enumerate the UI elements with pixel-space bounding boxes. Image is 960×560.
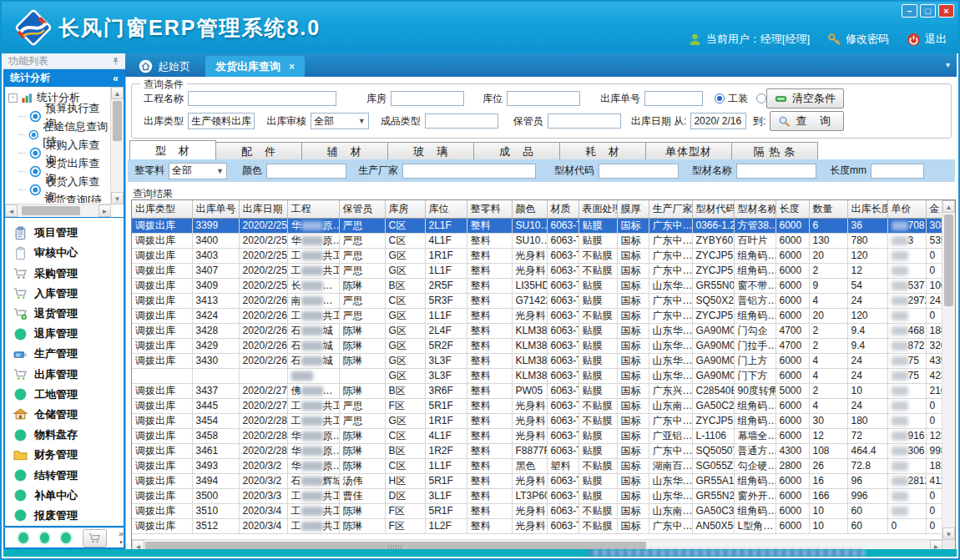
column-header[interactable]: 库位 [425, 200, 467, 218]
whole-piece-select[interactable]: 全部▼ [169, 163, 227, 179]
sidebar-menu-item[interactable]: 财务管理 [13, 445, 124, 465]
column-header[interactable]: 整零料 [467, 200, 512, 218]
module-cart-button[interactable] [83, 529, 107, 547]
column-header[interactable]: 保管员 [339, 200, 385, 218]
material-tab[interactable]: 耗 材 [559, 142, 646, 159]
location-input[interactable] [507, 91, 580, 106]
material-tab[interactable]: 型 材 [129, 140, 216, 159]
scroll-left-icon[interactable]: ◄ [5, 204, 18, 217]
material-tab[interactable]: 隔 热 条 [731, 142, 818, 159]
table-row[interactable]: 调拨出库35102020/3/4工共工程陈琳F区5R1F整料光身料6063-T5… [132, 503, 942, 518]
out-no-input[interactable] [644, 91, 703, 106]
module-dot-icon[interactable] [18, 532, 28, 543]
radio-work-install[interactable]: 工装 [715, 92, 748, 106]
column-header[interactable]: 出库长度 [847, 200, 887, 218]
tab-home[interactable]: 起始页 [129, 56, 200, 77]
tree-item[interactable]: 退货查询[待定] [7, 199, 109, 203]
scroll-up-icon[interactable]: ▲ [111, 87, 124, 99]
table-row[interactable]: 调拨出库35122020/3/4工共工程陈琳F区1L2F整料光身料6063-T5… [132, 518, 942, 533]
maximize-button[interactable]: □ [920, 4, 936, 18]
scroll-down-icon[interactable]: ▼ [942, 527, 955, 540]
clear-conditions-button[interactable]: 清空条件 [766, 88, 844, 108]
table-row[interactable]: 调拨出库34542020/2/28工共工程严思G区1R1F整料光身料6063-T… [132, 413, 942, 428]
column-header[interactable]: 出库单号 [192, 200, 239, 218]
scroll-down-icon[interactable]: ▼ [111, 192, 124, 204]
tab-close-icon[interactable]: × [289, 61, 295, 73]
table-row[interactable]: 调拨出库34582020/2/28华原…陈琳C区4L1F整料光身料6063-T5… [132, 428, 942, 443]
column-header[interactable]: 单价 [887, 200, 926, 218]
sidebar-section-header[interactable]: 统计分析 « [3, 69, 125, 87]
material-tab[interactable]: 成 品 [473, 142, 560, 159]
profile-name-input[interactable] [736, 164, 816, 179]
sidebar-overflow-button[interactable]: » ▾ [119, 530, 124, 546]
table-row[interactable]: 调拨出库34072020/2/25工共工程严思G区1L1F整料光身料6063-T… [132, 263, 942, 278]
table-row[interactable]: 调拨出库34002020/2/25华原…严思C区4L1F整料SU10…6063-… [132, 233, 942, 248]
out-type-select[interactable]: 生产领料出库▼ [188, 113, 255, 129]
table-row[interactable]: 调拨出库34292020/2/26石城陈琳G区5R2F整料KLM38176063… [132, 338, 942, 353]
keeper-input[interactable] [548, 114, 621, 129]
column-header[interactable]: 金 [926, 200, 942, 218]
project-name-input[interactable] [188, 91, 336, 106]
tab-shipping-out-query[interactable]: 发货出库查询 × [205, 56, 305, 77]
sidebar-menu-item[interactable]: 物料盘存 [13, 425, 124, 445]
material-tab[interactable]: 辅 材 [301, 142, 388, 159]
scroll-right-icon[interactable]: ► [99, 204, 111, 217]
sidebar-menu-item[interactable]: 退货管理 [13, 304, 124, 324]
table-row[interactable]: 调拨出库34452020/2/27工共工程严思F区5R1F整料光身料6063-T… [132, 398, 942, 413]
material-tab[interactable]: 玻 璃 [387, 142, 474, 159]
material-tab[interactable]: 单体型材 [645, 142, 732, 159]
warehouse-input[interactable] [391, 91, 464, 106]
tab-list-arrow-icon[interactable]: ▾ [946, 60, 950, 69]
sidebar-menu-item[interactable]: 报废管理 [13, 506, 124, 526]
table-row[interactable]: 调拨出库34032020/2/25工共工程严思G区1R1F整料光身料6063-T… [132, 248, 942, 263]
date-from-picker[interactable]: 2020/ 2/16▼ [690, 113, 746, 129]
column-header[interactable]: 型材代码 [692, 200, 734, 218]
sidebar-menu-item[interactable]: 入库管理 [13, 284, 124, 304]
material-tab[interactable]: 配 件 [215, 142, 302, 159]
column-header[interactable]: 数量 [809, 200, 847, 218]
sidebar-menu-item[interactable]: 审核中心 [13, 243, 124, 263]
table-row[interactable]: 调拨出库34242020/2/26工共工程严思G区1L1F整料光身料6063-T… [132, 308, 942, 323]
sidebar-menu-item[interactable]: 工地管理 [13, 385, 124, 405]
table-row[interactable]: 调拨出库34302020/2/26石城陈琳G区3L3F整料KLM38176063… [132, 353, 942, 368]
table-row[interactable]: 调拨出库33992020/2/25华原…严思C区2L1F整料SU10…6063-… [132, 218, 942, 233]
column-header[interactable]: 出库类型 [132, 200, 192, 218]
close-button[interactable]: × [938, 4, 954, 18]
module-dot-icon[interactable] [40, 532, 50, 543]
change-password[interactable]: 修改密码 [827, 32, 889, 47]
sidebar-menu-item[interactable]: 项目管理 [13, 223, 124, 243]
tree-expander-icon[interactable]: - [8, 93, 18, 103]
column-header[interactable]: 膜厚 [617, 200, 649, 218]
table-row[interactable]: 调拨出库34132020/2/26南…严思C区5R3F整料G714226063-… [132, 293, 942, 308]
column-header[interactable]: 型材名称 [734, 200, 776, 218]
sidebar-menu-item[interactable]: 结转管理 [13, 465, 124, 485]
sidebar-menu-item[interactable]: 出库管理 [13, 364, 124, 384]
minimize-button[interactable]: – [902, 4, 917, 18]
table-row[interactable]: 调拨出库34942020/3/2石辉城汤伟H区5R1F整料光身料6063-T5贴… [132, 473, 942, 488]
tree-vertical-scrollbar[interactable]: ▲ ▼ [110, 87, 124, 204]
logout[interactable]: 退出 [907, 32, 947, 47]
column-header[interactable]: 生产厂家 [649, 200, 692, 218]
sidebar-menu-item[interactable]: 退库管理 [13, 324, 124, 344]
tree-horizontal-scrollbar[interactable]: ◄ ► [5, 204, 111, 217]
table-row[interactable]: 调拨出库34372020/2/27佛…陈琳B区3R6F整料PW056063-T5… [132, 383, 942, 398]
column-header[interactable]: 材质 [547, 200, 579, 218]
sidebar-menu-item[interactable]: 补单中心 [13, 486, 124, 506]
column-header[interactable]: 出库日期 [239, 200, 287, 218]
column-header[interactable]: 长度 [776, 200, 809, 218]
pin-icon[interactable] [111, 57, 120, 66]
table-row[interactable]: 调拨出库34932020/3/2华原…陈琳C区1L1F整料黑色塑料不贴膜国标湖南… [132, 458, 942, 473]
column-header[interactable]: 库房 [385, 200, 425, 218]
table-row[interactable]: 调拨出库34092020/2/25长…陈琳B区2R5F整料LI35HD6063-… [132, 278, 942, 293]
column-header[interactable]: 工程 [287, 200, 339, 218]
column-header[interactable]: 表面处理 [579, 200, 617, 218]
manufacturer-input[interactable] [402, 164, 536, 179]
column-header[interactable]: 颜色 [512, 200, 547, 218]
scroll-up-icon[interactable]: ▲ [942, 200, 955, 213]
sidebar-menu-item[interactable]: 仓储管理 [13, 405, 124, 425]
module-dot-icon[interactable] [61, 532, 71, 543]
table-row[interactable]: 调拨出库35002020/3/3工共工程曹佳D区3L1F整料LT3P606063… [132, 488, 942, 503]
length-input[interactable] [871, 164, 924, 179]
color-input[interactable] [266, 164, 346, 179]
table-row[interactable]: 调拨出库34282020/2/26石城陈琳G区2L4F整料KLM38176063… [132, 323, 942, 338]
